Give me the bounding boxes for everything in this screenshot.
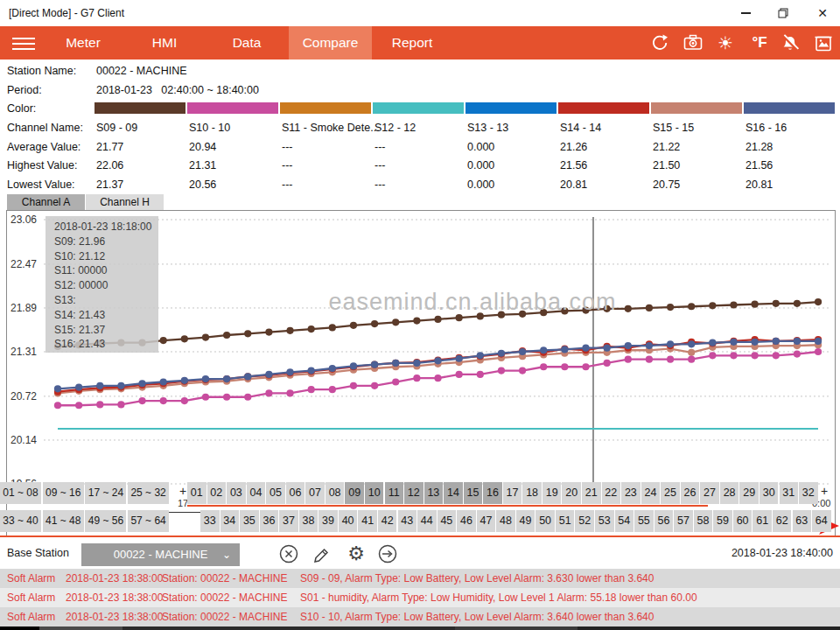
range-button-17~24[interactable]: 17 ~ 24 xyxy=(85,482,126,504)
channel-button-15[interactable]: 15 xyxy=(464,482,483,504)
channel-button-60[interactable]: 60 xyxy=(733,510,752,532)
channel-button-43[interactable]: 43 xyxy=(398,510,417,532)
channel-button-57[interactable]: 57 xyxy=(674,510,693,532)
alarm-row[interactable]: Soft Alarm2018-01-23 18:38:00Station: 00… xyxy=(0,607,840,626)
nav-item-report[interactable]: Report xyxy=(383,26,441,60)
range-button-25~32[interactable]: 25 ~ 32 xyxy=(128,482,169,504)
channel-button-20[interactable]: 20 xyxy=(562,482,581,504)
nav-item-hmi[interactable]: HMI xyxy=(138,26,191,60)
channel-button-28[interactable]: 28 xyxy=(720,482,739,504)
base-station-dropdown[interactable]: 00022 - MACHINE ⌄ xyxy=(81,543,240,566)
bell-muted-icon[interactable] xyxy=(779,32,802,53)
channel-button-58[interactable]: 58 xyxy=(694,510,713,532)
channel-button-05[interactable]: 05 xyxy=(266,482,285,504)
range-button-33~40[interactable]: 33 ~ 40 xyxy=(0,510,41,532)
channel-button-62[interactable]: 62 xyxy=(773,510,792,532)
sync-icon[interactable] xyxy=(648,32,670,53)
channel-button-19[interactable]: 19 xyxy=(542,482,562,504)
channel-button-51[interactable]: 51 xyxy=(556,510,575,532)
channel-button-11[interactable]: 11 xyxy=(385,482,404,504)
channel-button-41[interactable]: 41 xyxy=(358,510,377,532)
channel-button-18[interactable]: 18 xyxy=(522,482,542,504)
close-button[interactable]: ✕ xyxy=(805,0,840,26)
channel-button-06[interactable]: 06 xyxy=(286,482,305,504)
channel-button-12[interactable]: 12 xyxy=(404,482,424,504)
alarm-row[interactable]: Soft Alarm2018-01-23 18:38:00Station: 00… xyxy=(0,569,840,588)
channel-button-30[interactable]: 30 xyxy=(760,482,779,504)
nav-item-meter[interactable]: Meter xyxy=(52,26,114,60)
channel-button-25[interactable]: 25 xyxy=(661,482,680,504)
channel-button-32[interactable]: 32 xyxy=(799,482,818,504)
channel-button-45[interactable]: 45 xyxy=(438,510,457,532)
channel-button-56[interactable]: 56 xyxy=(654,510,674,532)
channel-button-08[interactable]: 08 xyxy=(326,482,345,504)
data-point-s09 xyxy=(286,327,293,334)
channel-button-44[interactable]: 44 xyxy=(417,510,437,532)
channel-button-54[interactable]: 54 xyxy=(615,510,634,532)
channel-button-47[interactable]: 47 xyxy=(477,510,496,532)
menu-icon[interactable] xyxy=(12,34,37,52)
channel-button-33[interactable]: 33 xyxy=(200,510,220,532)
nav-item-data[interactable]: Data xyxy=(220,26,273,60)
edit-button[interactable] xyxy=(309,541,335,567)
channel-button-02[interactable]: 02 xyxy=(207,482,227,504)
range-button-01~08[interactable]: 01 ~ 08 xyxy=(0,482,41,504)
channel-button-48[interactable]: 48 xyxy=(496,510,515,532)
go-button[interactable] xyxy=(374,541,401,567)
channel-button-40[interactable]: 40 xyxy=(339,510,358,532)
channel-button-14[interactable]: 14 xyxy=(444,482,463,504)
channel-button-49[interactable]: 49 xyxy=(516,510,536,532)
channel-button-10[interactable]: 10 xyxy=(365,482,384,504)
channel-button-22[interactable]: 22 xyxy=(602,482,621,504)
data-point-s10 xyxy=(181,397,188,404)
channel-button-63[interactable]: 63 xyxy=(793,510,812,532)
channel-button-61[interactable]: 61 xyxy=(752,510,772,532)
tab-channel-a[interactable]: Channel A xyxy=(7,194,85,211)
settings-button[interactable]: ⚙ xyxy=(343,541,369,567)
channel-button-46[interactable]: 46 xyxy=(457,510,476,532)
channel-button-50[interactable]: 50 xyxy=(536,510,555,532)
taskbar-strip-segment xyxy=(578,626,840,630)
channel-button-35[interactable]: 35 xyxy=(240,510,259,532)
range-button-09~16[interactable]: 09 ~ 16 xyxy=(43,482,84,504)
channel-button-03[interactable]: 03 xyxy=(227,482,246,504)
range-button-57~64[interactable]: 57 ~ 64 xyxy=(128,510,169,532)
alarm-row[interactable]: Soft Alarm2018-01-23 18:38:00Station: 00… xyxy=(0,588,840,607)
channel-button-29[interactable]: 29 xyxy=(739,482,759,504)
channel-button-37[interactable]: 37 xyxy=(279,510,298,532)
minimize-button[interactable] xyxy=(728,0,763,26)
channel-button-09[interactable]: 09 xyxy=(345,482,364,504)
fahrenheit-toggle[interactable]: °F xyxy=(746,32,774,53)
channel-button-59[interactable]: 59 xyxy=(713,510,732,532)
channel-button-31[interactable]: 31 xyxy=(780,482,799,504)
channel-button-52[interactable]: 52 xyxy=(575,510,594,532)
channel-button-13[interactable]: 13 xyxy=(424,482,444,504)
clear-button[interactable] xyxy=(276,541,302,567)
image-capture-icon[interactable] xyxy=(812,32,835,53)
channel-button-38[interactable]: 38 xyxy=(299,510,318,532)
channel-button-39[interactable]: 39 xyxy=(318,510,338,532)
channel-button-27[interactable]: 27 xyxy=(700,482,719,504)
channel-button-34[interactable]: 34 xyxy=(220,510,240,532)
channel-button-42[interactable]: 42 xyxy=(378,510,397,532)
camera-icon[interactable] xyxy=(682,32,704,53)
channel-button-24[interactable]: 24 xyxy=(641,482,661,504)
nav-item-compare[interactable]: Compare xyxy=(289,26,372,60)
channel-button-55[interactable]: 55 xyxy=(634,510,654,532)
channel-button-21[interactable]: 21 xyxy=(582,482,601,504)
channel-button-53[interactable]: 53 xyxy=(595,510,614,532)
channel-button-36[interactable]: 36 xyxy=(260,510,279,532)
range-button-49~56[interactable]: 49 ~ 56 xyxy=(85,510,126,532)
channel-button-64[interactable]: 64 xyxy=(812,510,831,532)
channel-button-01[interactable]: 01 xyxy=(187,482,206,504)
sun-brightness-icon[interactable]: ☀ xyxy=(714,32,737,53)
restore-button[interactable] xyxy=(766,0,801,26)
channel-button-17[interactable]: 17 xyxy=(503,482,522,504)
range-button-41~48[interactable]: 41 ~ 48 xyxy=(43,510,84,532)
channel-button-26[interactable]: 26 xyxy=(681,482,700,504)
tab-channel-h[interactable]: Channel H xyxy=(86,194,164,211)
channel-button-23[interactable]: 23 xyxy=(621,482,640,504)
channel-button-04[interactable]: 04 xyxy=(247,482,266,504)
channel-button-07[interactable]: 07 xyxy=(305,482,325,504)
channel-button-16[interactable]: 16 xyxy=(483,482,502,504)
